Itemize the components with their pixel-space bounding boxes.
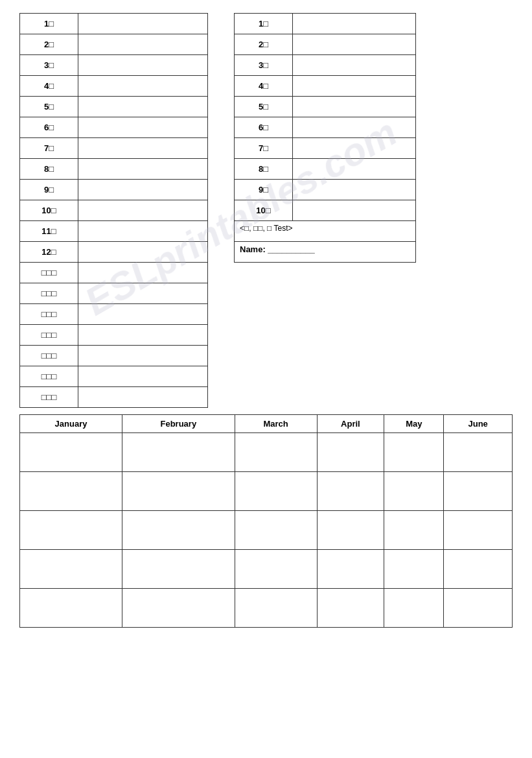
months-table-row xyxy=(20,550,513,589)
right-blank-cell[interactable] xyxy=(293,97,416,117)
left-table-row: 12□ xyxy=(20,242,208,263)
right-table-row: 9□ xyxy=(235,180,416,200)
months-table-row xyxy=(20,589,513,628)
left-blank-cell[interactable] xyxy=(78,387,208,408)
left-blank-cell[interactable] xyxy=(78,14,208,34)
right-blank-cell[interactable] xyxy=(293,34,416,55)
months-table-cell[interactable] xyxy=(122,472,235,511)
months-table-cell[interactable] xyxy=(122,550,235,589)
left-table-row: 6□ xyxy=(20,117,208,138)
months-table-row xyxy=(20,433,513,472)
months-table-cell[interactable] xyxy=(20,589,122,628)
months-table-cell[interactable] xyxy=(384,472,444,511)
month-header-cell: June xyxy=(444,415,513,433)
left-blank-cell[interactable] xyxy=(78,117,208,138)
left-number-cell: 10□ xyxy=(20,200,78,221)
months-table-cell[interactable] xyxy=(444,550,513,589)
left-number-cell: □□□ xyxy=(20,325,78,346)
left-blank-cell[interactable] xyxy=(78,55,208,76)
months-table-cell[interactable] xyxy=(235,433,317,472)
left-blank-cell[interactable] xyxy=(78,221,208,242)
months-table-cell[interactable] xyxy=(384,511,444,550)
months-table-cell[interactable] xyxy=(444,511,513,550)
months-table-row xyxy=(20,472,513,511)
months-table-cell[interactable] xyxy=(235,511,317,550)
left-blank-cell[interactable] xyxy=(78,366,208,387)
left-blank-cell[interactable] xyxy=(78,76,208,97)
months-table-cell[interactable] xyxy=(20,511,122,550)
months-table-cell[interactable] xyxy=(384,589,444,628)
months-table-cell[interactable] xyxy=(235,472,317,511)
left-table-row: □□□ xyxy=(20,325,208,346)
right-blank-cell[interactable] xyxy=(293,159,416,180)
months-table-cell[interactable] xyxy=(20,472,122,511)
months-table-cell[interactable] xyxy=(317,550,384,589)
left-number-cell: □□□ xyxy=(20,366,78,387)
left-number-cell: 6□ xyxy=(20,117,78,138)
months-table: JanuaryFebruaryMarchAprilMayJune xyxy=(19,414,513,628)
right-blank-cell[interactable] xyxy=(293,200,416,221)
left-blank-cell[interactable] xyxy=(78,180,208,200)
left-number-cell: □□□ xyxy=(20,304,78,325)
right-blank-cell[interactable] xyxy=(293,14,416,34)
months-table-cell[interactable] xyxy=(235,550,317,589)
left-number-cell: □□□ xyxy=(20,346,78,366)
right-blank-cell[interactable] xyxy=(293,138,416,159)
left-blank-cell[interactable] xyxy=(78,283,208,304)
left-blank-cell[interactable] xyxy=(78,34,208,55)
right-number-cell: 7□ xyxy=(235,138,293,159)
left-number-cell: 1□ xyxy=(20,14,78,34)
left-number-table: 1□ 2□ 3□ 4□ 5□ 6□ 7□ 8□ 9□ 10□ xyxy=(19,13,208,408)
right-blank-cell[interactable] xyxy=(293,55,416,76)
left-number-cell: 2□ xyxy=(20,34,78,55)
right-blank-cell[interactable] xyxy=(293,117,416,138)
right-number-table: 1□ 2□ 3□ 4□ 5□ 6□ 7□ 8□ 9□ 10□ xyxy=(234,13,416,263)
left-table-row: 3□ xyxy=(20,55,208,76)
left-table-row: □□□ xyxy=(20,346,208,366)
left-blank-cell[interactable] xyxy=(78,138,208,159)
months-table-cell[interactable] xyxy=(444,589,513,628)
months-table-cell[interactable] xyxy=(122,511,235,550)
left-blank-cell[interactable] xyxy=(78,325,208,346)
months-table-cell[interactable] xyxy=(122,433,235,472)
special-test-row: <□, □□, □ Test> xyxy=(235,221,416,242)
left-blank-cell[interactable] xyxy=(78,242,208,263)
months-table-cell[interactable] xyxy=(317,433,384,472)
left-table-row: 5□ xyxy=(20,97,208,117)
months-table-cell[interactable] xyxy=(317,589,384,628)
left-table-row: 11□ xyxy=(20,221,208,242)
left-table-container: 1□ 2□ 3□ 4□ 5□ 6□ 7□ 8□ 9□ 10□ xyxy=(19,13,208,408)
months-table-cell[interactable] xyxy=(235,589,317,628)
right-table-row: 6□ xyxy=(235,117,416,138)
left-number-cell: 4□ xyxy=(20,76,78,97)
left-blank-cell[interactable] xyxy=(78,200,208,221)
right-number-cell: 6□ xyxy=(235,117,293,138)
left-table-row: □□□ xyxy=(20,283,208,304)
left-blank-cell[interactable] xyxy=(78,304,208,325)
left-blank-cell[interactable] xyxy=(78,346,208,366)
months-table-cell[interactable] xyxy=(122,589,235,628)
months-table-cell[interactable] xyxy=(317,511,384,550)
months-table-row xyxy=(20,511,513,550)
months-table-cell[interactable] xyxy=(317,472,384,511)
months-table-cell[interactable] xyxy=(384,550,444,589)
right-number-cell: 4□ xyxy=(235,76,293,97)
right-table-row: 7□ xyxy=(235,138,416,159)
left-table-row: 1□ xyxy=(20,14,208,34)
top-section: 1□ 2□ 3□ 4□ 5□ 6□ 7□ 8□ 9□ 10□ xyxy=(19,13,513,408)
months-table-cell[interactable] xyxy=(444,472,513,511)
right-number-cell: 8□ xyxy=(235,159,293,180)
left-table-row: 7□ xyxy=(20,138,208,159)
left-blank-cell[interactable] xyxy=(78,97,208,117)
left-table-row: 8□ xyxy=(20,159,208,180)
right-blank-cell[interactable] xyxy=(293,180,416,200)
right-table-row: 1□ xyxy=(235,14,416,34)
months-table-cell[interactable] xyxy=(384,433,444,472)
left-number-cell: 8□ xyxy=(20,159,78,180)
left-blank-cell[interactable] xyxy=(78,263,208,283)
months-table-cell[interactable] xyxy=(20,550,122,589)
months-table-cell[interactable] xyxy=(20,433,122,472)
right-blank-cell[interactable] xyxy=(293,76,416,97)
months-table-cell[interactable] xyxy=(444,433,513,472)
left-blank-cell[interactable] xyxy=(78,159,208,180)
